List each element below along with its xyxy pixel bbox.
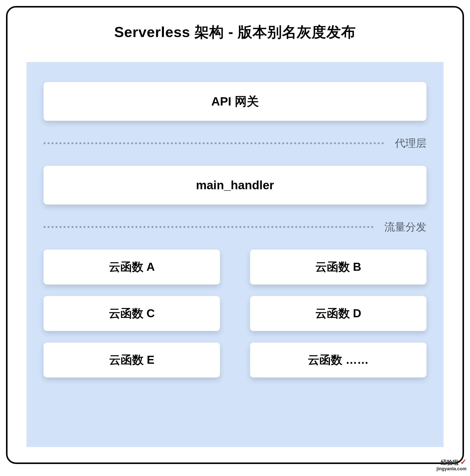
cloud-function-e: 云函数 E [44,342,220,378]
watermark: 经验啦 ✓ jingyanla.com [436,458,466,472]
function-label: 云函数 …… [308,352,369,368]
traffic-divider: 流量分发 [44,220,426,234]
proxy-label: 代理层 [395,136,426,150]
divider-line [44,226,373,228]
cloud-function-b: 云函数 B [250,250,426,284]
function-label: 云函数 D [315,306,361,321]
check-icon: ✓ [460,458,466,466]
functions-grid: 云函数 A 云函数 B 云函数 C 云函数 D 云函数 E 云函数 …… [44,250,426,378]
api-gateway-label: API 网关 [211,94,259,110]
function-label: 云函数 E [109,352,154,368]
cloud-function-more: 云函数 …… [250,342,426,378]
function-label: 云函数 C [109,306,155,321]
architecture-container: API 网关 代理层 main_handler 流量分发 云函数 A 云函数 B… [27,62,443,447]
watermark-domain: jingyanla.com [436,466,466,472]
function-label: 云函数 B [315,259,361,275]
function-label: 云函数 A [109,259,155,275]
cloud-function-d: 云函数 D [250,296,426,331]
proxy-divider: 代理层 [44,136,426,150]
divider-line [44,142,384,144]
diagram-frame: Serverless 架构 - 版本别名灰度发布 API 网关 代理层 main… [6,6,464,464]
diagram-title: Serverless 架构 - 版本别名灰度发布 [27,22,443,42]
cloud-function-c: 云函数 C [44,296,220,331]
traffic-label: 流量分发 [384,220,426,234]
api-gateway-box: API 网关 [44,82,426,121]
cloud-function-a: 云函数 A [44,250,220,284]
main-handler-box: main_handler [44,166,426,204]
watermark-brand: 经验啦 [441,459,459,466]
main-handler-label: main_handler [196,178,274,192]
